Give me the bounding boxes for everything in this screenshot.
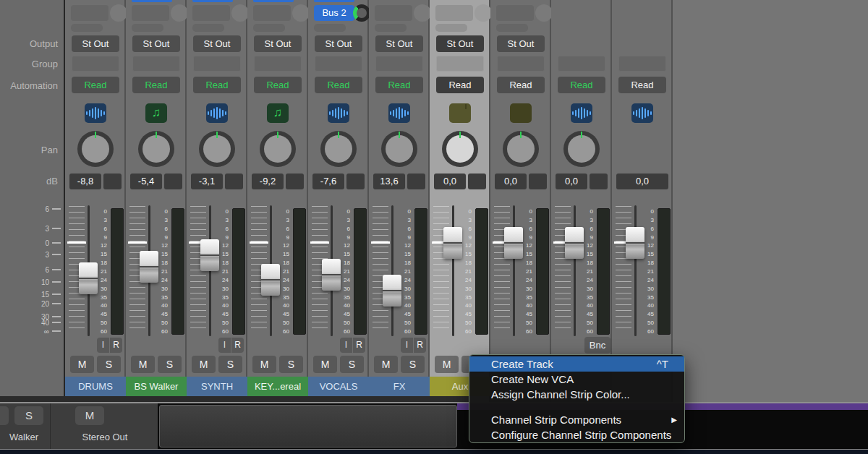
- track-icon[interactable]: [510, 103, 532, 123]
- track-name[interactable]: Walker: [0, 432, 48, 442]
- send-slot-next[interactable]: [192, 24, 224, 32]
- group-slot[interactable]: [254, 56, 302, 72]
- mute-button[interactable]: M: [70, 356, 94, 373]
- solo-button[interactable]: S: [218, 356, 242, 373]
- solo-button[interactable]: S: [279, 356, 303, 373]
- output-slot[interactable]: St Out: [72, 35, 119, 52]
- send-slot-next[interactable]: [375, 24, 407, 32]
- output-slot[interactable]: St Out: [375, 35, 423, 52]
- pan-knob[interactable]: [77, 131, 114, 167]
- mute-button[interactable]: M: [435, 356, 459, 373]
- track-lane[interactable]: [159, 405, 457, 447]
- track-icon[interactable]: [206, 103, 228, 123]
- track-name[interactable]: Stereo Out: [58, 432, 152, 442]
- automation-mode-button[interactable]: Read: [558, 77, 605, 93]
- output-slot[interactable]: St Out: [132, 35, 180, 52]
- record-enable-button[interactable]: R: [414, 338, 426, 353]
- bounce-button[interactable]: Bnc: [584, 337, 610, 354]
- channel-strip[interactable]: St Out Read 0,0 036912151821243035404550…: [490, 0, 551, 402]
- volume-db-value[interactable]: -3,1: [191, 174, 223, 189]
- mute-button-partial[interactable]: [0, 406, 9, 425]
- pan-knob[interactable]: [320, 131, 357, 167]
- volume-db-value[interactable]: -7,6: [312, 174, 344, 189]
- track-name-plate[interactable]: FX: [369, 377, 430, 396]
- volume-db-value[interactable]: 0,0: [434, 174, 466, 189]
- track-icon[interactable]: [85, 103, 106, 123]
- send-slot[interactable]: [71, 5, 109, 21]
- peak-level-cell[interactable]: [286, 174, 304, 189]
- channel-strip[interactable]: St Out Read 0,0 036912151821243035404550…: [430, 0, 490, 402]
- input-monitor-button[interactable]: I: [340, 338, 352, 353]
- send-slot[interactable]: [132, 5, 169, 21]
- channel-strip[interactable]: St Out Read -3,1 03691215182124303540455…: [187, 0, 247, 402]
- track-name-plate[interactable]: BS Walker: [126, 377, 187, 396]
- channel-strip[interactable]: Read 0,0 03691215182124303540455060 I R …: [551, 0, 612, 402]
- mute-button[interactable]: M: [374, 356, 398, 373]
- automation-mode-button[interactable]: Read: [193, 77, 241, 93]
- peak-level-cell[interactable]: [468, 174, 486, 189]
- track-name-plate[interactable]: SYNTH: [187, 377, 247, 396]
- send-slot[interactable]: Bus 2: [314, 5, 354, 21]
- send-level-knob[interactable]: [414, 4, 431, 22]
- send-level-knob[interactable]: [231, 4, 249, 22]
- group-slot[interactable]: [618, 56, 666, 72]
- automation-mode-button[interactable]: Read: [497, 77, 545, 93]
- volume-db-value[interactable]: 0,0: [556, 174, 587, 189]
- send-slot-next[interactable]: [71, 24, 103, 32]
- channel-strip[interactable]: Read 0,0 03691215182124303540455060 I R …: [612, 0, 673, 402]
- solo-button[interactable]: S: [158, 356, 182, 373]
- send-slot[interactable]: [192, 5, 230, 21]
- group-slot[interactable]: [375, 56, 423, 72]
- solo-button[interactable]: S: [401, 356, 425, 373]
- output-slot[interactable]: St Out: [254, 35, 302, 52]
- solo-button[interactable]: S: [14, 406, 43, 425]
- channel-strip[interactable]: St Out Read -8,8 03691215182124303540455…: [65, 0, 126, 402]
- peak-level-cell[interactable]: [590, 174, 608, 189]
- input-monitor-button[interactable]: I: [401, 338, 413, 353]
- channel-strip[interactable]: Bus 2 St Out Read -7,6 03691215182124303…: [308, 0, 369, 402]
- track-icon[interactable]: [571, 103, 592, 123]
- automation-mode-button[interactable]: Read: [618, 77, 666, 93]
- pan-knob[interactable]: [138, 131, 174, 167]
- mute-button[interactable]: M: [75, 406, 104, 425]
- output-slot[interactable]: St Out: [436, 35, 484, 52]
- output-slot[interactable]: St Out: [315, 35, 362, 52]
- automation-mode-button[interactable]: Read: [375, 77, 423, 93]
- menu-item-create-new-vca[interactable]: Create New VCA: [469, 372, 684, 387]
- input-monitor-button[interactable]: I: [218, 338, 231, 353]
- automation-mode-button[interactable]: Read: [254, 77, 302, 93]
- send-level-knob[interactable]: [535, 4, 553, 22]
- mute-button[interactable]: M: [313, 356, 337, 373]
- record-enable-button[interactable]: R: [231, 338, 244, 353]
- send-slot-next[interactable]: [253, 24, 285, 32]
- group-slot[interactable]: [436, 56, 484, 72]
- record-enable-button[interactable]: R: [353, 338, 365, 353]
- automation-mode-button[interactable]: Read: [132, 77, 180, 93]
- channel-strip[interactable]: St Out Read ♫ -5,4 036912151821243035404…: [126, 0, 187, 402]
- send-slot-next[interactable]: [496, 24, 528, 32]
- menu-item-configure-channel-strip-components[interactable]: Configure Channel Strip Components: [469, 427, 684, 442]
- mute-button[interactable]: M: [252, 356, 276, 373]
- peak-level-cell[interactable]: [407, 174, 425, 189]
- track-icon[interactable]: [449, 103, 471, 123]
- group-slot[interactable]: [193, 56, 241, 72]
- send-slot-next[interactable]: [314, 24, 346, 32]
- menu-item-channel-strip-components[interactable]: Channel Strip Components▶: [469, 412, 684, 427]
- track-icon[interactable]: ♫: [145, 103, 167, 123]
- track-name-plate[interactable]: DRUMS: [65, 377, 126, 396]
- solo-button[interactable]: S: [97, 356, 121, 373]
- track-icon[interactable]: ♫: [267, 103, 289, 123]
- menu-item-create-track[interactable]: Create Track^T: [469, 356, 684, 372]
- send-slot[interactable]: [496, 5, 534, 21]
- send-level-knob[interactable]: [292, 4, 310, 22]
- group-slot[interactable]: [72, 56, 119, 72]
- send-level-knob[interactable]: [353, 4, 370, 22]
- track-name-plate[interactable]: VOCALS: [308, 377, 369, 396]
- volume-db-value[interactable]: -5,4: [130, 174, 162, 189]
- track-icon[interactable]: [631, 103, 653, 123]
- send-level-knob[interactable]: [171, 4, 188, 22]
- track-icon[interactable]: [328, 103, 349, 123]
- send-slot[interactable]: [435, 5, 473, 21]
- mute-button[interactable]: M: [131, 356, 155, 373]
- pan-knob[interactable]: [199, 131, 235, 167]
